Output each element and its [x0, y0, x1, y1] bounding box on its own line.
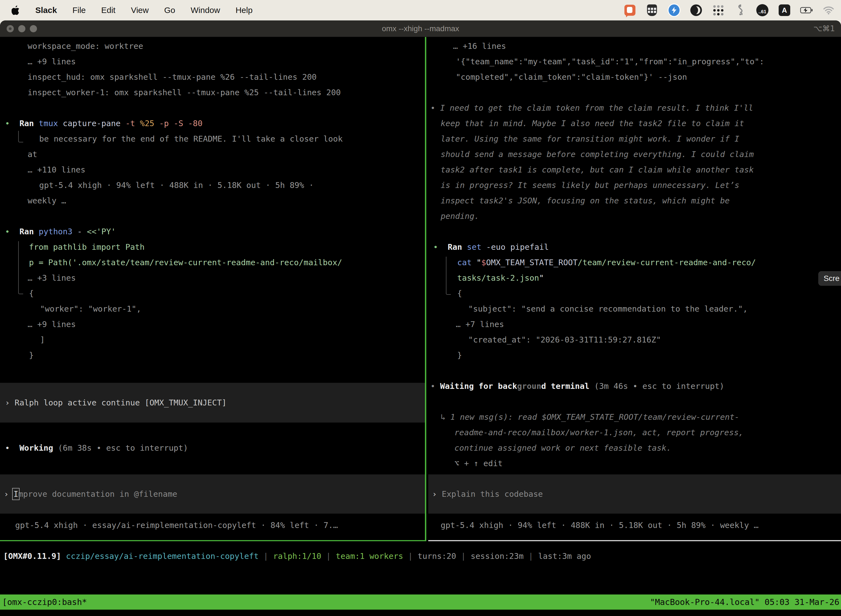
text-segment: }: [457, 351, 462, 360]
text-segment: "subject": "send a concise recommendatio…: [468, 304, 748, 314]
text-segment: python3: [39, 227, 72, 236]
text-segment: [435, 381, 440, 391]
dots-grid-menu-icon[interactable]: [712, 4, 725, 16]
menu-item-file[interactable]: File: [72, 6, 85, 15]
output-connector-line: [18, 241, 23, 294]
terminal-line: • Ran tmux capture-pane -t %25 -p -S -80: [0, 116, 425, 131]
terminal-blank-line: [0, 100, 425, 116]
text-segment: later. Using the same for transition mig…: [441, 134, 740, 144]
spacer: [0, 456, 425, 474]
text-segment: from pathlib import Path: [29, 242, 145, 252]
text-segment: |: [321, 551, 336, 561]
tmux-status-bar: [omx-cczip0:bash* "MacBook-Pro-44.local"…: [0, 594, 841, 610]
text-segment: [435, 103, 440, 113]
terminal-line: • Working (6m 38s • esc to interrupt): [0, 440, 425, 456]
text-segment: ⌥ + ↑ edit: [454, 459, 503, 468]
tmux-pane-divider[interactable]: [425, 37, 426, 541]
text-segment: OMX_TEAM_STATE_ROOT: [486, 258, 578, 267]
terminal-line: should send a message before completing …: [428, 147, 841, 162]
squiggle-status-icon[interactable]: [734, 4, 747, 16]
terminal-line: later. Using the same for transition mig…: [428, 131, 841, 147]
text-segment: p = Path('.omx/state/team/review-current…: [29, 258, 342, 267]
macos-desktop: { "menubar": { "app_name": "Slack", "men…: [0, 0, 841, 616]
terminal-line: }: [0, 348, 425, 363]
tmux-host-clock: "MacBook-Pro-44.local" 05:03 31-Mar-26: [650, 597, 841, 607]
terminal-line: is in progress? It seems likely but perh…: [428, 177, 841, 193]
tmux-pane-left[interactable]: workspace_mode: worktree… +9 linesinspec…: [0, 37, 425, 541]
text-segment: gpt-5.4 xhigh · essay/ai-reimplementatio…: [15, 521, 338, 530]
terminal-blank-line: [428, 394, 841, 409]
apple-logo-icon: [12, 6, 20, 15]
terminal-line: from pathlib import Path: [0, 239, 425, 255]
window-titlebar[interactable]: omx --xhigh --madmax ⌥⌘1: [0, 21, 841, 37]
text-segment: … +9 lines: [28, 57, 76, 66]
menu-item-help[interactable]: Help: [236, 6, 253, 15]
text-segment: [183, 119, 188, 128]
battery-icon[interactable]: [800, 4, 813, 16]
text-segment: Working: [19, 443, 53, 453]
text-segment: task2 after task1 is complete, but can I…: [441, 165, 754, 175]
count-badge-icon[interactable]: ..61: [756, 4, 769, 16]
terminal-line: weekly …: [0, 193, 425, 208]
apple-menu-icon[interactable]: [12, 6, 20, 15]
inject-notice-band: › Ralph loop active continue [OMX_TMUX_I…: [0, 383, 425, 422]
menu-item-go[interactable]: Go: [164, 6, 175, 15]
terminal-content: workspace_mode: worktree… +9 linesinspec…: [0, 37, 841, 616]
prompt-input[interactable]: › Explain this codebase: [428, 474, 841, 513]
text-segment: •: [431, 381, 435, 391]
menu-items: FileEditViewGoWindowHelp: [72, 6, 252, 15]
text-segment: [135, 119, 140, 128]
text-segment: (3m 46s • esc to interrupt): [589, 381, 724, 391]
text-segment: at: [28, 150, 37, 159]
text-segment: I: [13, 489, 18, 499]
text-segment: •: [5, 443, 10, 453]
text-segment: •: [5, 227, 10, 236]
text-segment: ralph:1/10: [273, 551, 321, 561]
text-segment: weekly …: [28, 196, 66, 205]
text-segment: … +110 lines: [28, 165, 85, 175]
terminal-line: [OMX#0.11.9] cczip/essay/ai-reimplementa…: [0, 549, 841, 564]
terminal-line: '{"team_name":"my-team","task_id":"1","f…: [428, 54, 841, 69]
terminal-line: continue assigned work or next feasible …: [428, 440, 841, 456]
text-segment: tasks/task-2.json: [457, 273, 539, 283]
text-segment: readme-and-reco/mailbox/worker-1.json, a…: [454, 428, 744, 437]
menu-item-app[interactable]: Slack: [35, 6, 57, 15]
text-segment: |: [456, 551, 470, 561]
text-segment: Ran: [448, 242, 462, 252]
chat-app-icon[interactable]: [624, 4, 636, 16]
text-segment: I need to get the claim token from the c…: [440, 103, 753, 113]
terminal-line: tasks/task-2.json": [428, 270, 841, 286]
terminal-line: at: [0, 147, 425, 162]
text-segment: -t: [126, 119, 135, 128]
terminal-line: be necessary for the end of the README. …: [0, 131, 425, 147]
menu-item-edit[interactable]: Edit: [101, 6, 116, 15]
text-segment: [OMX#0.11.9]: [3, 551, 61, 561]
zap-app-icon[interactable]: [668, 4, 680, 16]
window-shortcut-hint: ⌥⌘1: [813, 21, 835, 37]
text-segment: "worker": "worker-1",: [40, 304, 141, 314]
text-segment: /team/review-current-readme-and-reco/: [578, 258, 756, 267]
screen-tooltip: Scre: [818, 271, 841, 286]
spacer: [0, 513, 425, 518]
text-segment: cczip/essay/ai-reimplementation-copyleft: [66, 551, 259, 561]
text-segment: [34, 119, 39, 128]
text-segment: |: [259, 551, 273, 561]
text-segment: $: [481, 258, 486, 267]
shield-app-icon[interactable]: [646, 4, 658, 16]
moon-app-icon[interactable]: [690, 4, 702, 16]
prompt-input[interactable]: › Improve documentation in @filename: [0, 474, 425, 513]
spacer: [428, 471, 841, 474]
wifi-icon[interactable]: [822, 4, 835, 16]
crescent-icon: [690, 4, 702, 16]
terminal-line: ]: [0, 332, 425, 348]
terminal-line: • Ran set -euo pipefail: [428, 239, 841, 255]
menu-item-window[interactable]: Window: [190, 6, 220, 15]
tmux-pane-right[interactable]: … +16 lines'{"team_name":"my-team","task…: [428, 37, 841, 541]
text-segment: "created_at": "2026-03-31T11:59:27.816Z": [468, 335, 661, 345]
text-segment: ›: [4, 489, 13, 499]
terminal-line: gpt-5.4 xhigh · 94% left · 488K in · 5.1…: [428, 518, 841, 533]
keyboard-layout-icon[interactable]: A: [778, 4, 791, 16]
text-segment: }: [29, 351, 34, 360]
menu-item-view[interactable]: View: [131, 6, 148, 15]
terminal-blank-line: [428, 85, 841, 100]
